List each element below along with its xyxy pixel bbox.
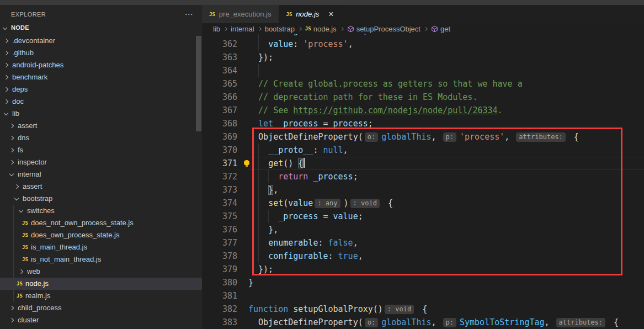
code-line-382[interactable]: 382function setupGlobalProxy(): void { xyxy=(202,303,644,316)
breadcrumb-label: bootstrap xyxy=(265,25,295,33)
tab-label: node.js xyxy=(296,10,319,18)
tree-item-web[interactable]: web xyxy=(0,266,202,278)
breadcrumb-separator-icon xyxy=(258,27,262,31)
breadcrumb-item-lib[interactable]: lib xyxy=(213,25,220,33)
code-editor[interactable]: 361 configurable: false,362 value: 'proc… xyxy=(202,34,644,329)
tree-item-label: assert xyxy=(18,121,37,130)
line-number[interactable]: 375 xyxy=(202,210,248,223)
code-text: __proto__: null, xyxy=(248,144,644,157)
chevron-right-icon xyxy=(9,148,14,152)
tree-item-dns[interactable]: dns xyxy=(0,132,202,144)
line-number[interactable]: 364 xyxy=(202,64,248,77)
tree-item-benchmark[interactable]: benchmark xyxy=(0,71,202,83)
tree-item--github[interactable]: .github xyxy=(0,47,202,59)
breadcrumb-item-bootstrap[interactable]: bootstrap xyxy=(265,25,295,33)
line-number[interactable]: 377 xyxy=(202,236,248,250)
line-number[interactable]: 367 xyxy=(202,104,248,117)
code-line-365[interactable]: 365 // Create global.process as getters … xyxy=(202,77,644,91)
breadcrumb-item-node-js[interactable]: JSnode.js xyxy=(305,25,337,33)
tree-item-realm-js[interactable]: JSrealm.js xyxy=(0,290,202,302)
line-number[interactable]: 378 xyxy=(202,250,248,263)
line-number[interactable]: 383 xyxy=(202,316,248,329)
code-token: , xyxy=(343,145,348,155)
line-number[interactable]: 366 xyxy=(202,91,248,104)
tree-item-is-not-main-thread-js[interactable]: JSis_not_main_thread.js xyxy=(0,253,202,266)
code-line-368[interactable]: 368 let _process = process; xyxy=(202,117,644,130)
tree-item--devcontainer[interactable]: .devcontainer xyxy=(0,35,202,47)
chevron-right-icon xyxy=(4,51,8,55)
code-line-378[interactable]: 378 configurable: true, xyxy=(202,250,644,263)
code-line-363[interactable]: 363 }); xyxy=(202,51,644,64)
line-number[interactable]: 362 xyxy=(202,38,248,51)
tree-item-child-process[interactable]: child_process xyxy=(0,302,202,314)
symbol-cube-icon xyxy=(431,25,438,33)
line-number[interactable]: 363 xyxy=(202,51,248,64)
chevron-right-icon xyxy=(19,269,23,274)
line-number[interactable]: 369 xyxy=(202,130,248,144)
line-number[interactable]: 373 xyxy=(202,183,248,197)
tab-node-js[interactable]: JSnode.js× xyxy=(279,5,341,23)
tree-item-assert[interactable]: assert xyxy=(0,120,202,132)
tree-item-switches[interactable]: switches xyxy=(0,205,202,217)
breadcrumb-item-get[interactable]: get xyxy=(431,25,450,33)
code-line-374[interactable]: 374 set(value: any): void { xyxy=(202,197,644,210)
symbol-cube-icon xyxy=(347,25,354,33)
tree-item-bootstrap[interactable]: bootstrap xyxy=(0,193,202,205)
tree-item-lib[interactable]: lib xyxy=(0,108,202,120)
code-token: process xyxy=(333,119,368,129)
tree-item-does-not-own-process-state-js[interactable]: JSdoes_not_own_process_state.js xyxy=(0,217,202,229)
line-number[interactable]: 370 xyxy=(202,144,248,157)
code-line-373[interactable]: 373 }, xyxy=(202,183,644,197)
tree-item-internal[interactable]: internal xyxy=(0,168,202,181)
tree-item-cluster[interactable]: cluster xyxy=(0,314,202,326)
tree-item-does-own-process-state-js[interactable]: JSdoes_own_process_state.js xyxy=(0,229,202,241)
line-number[interactable]: 382 xyxy=(202,303,248,316)
code-line-369[interactable]: 369 ObjectDefineProperty(o:globalThis, p… xyxy=(202,130,644,144)
line-number[interactable]: 380 xyxy=(202,276,248,289)
code-line-362[interactable]: 362 value: 'process', xyxy=(202,38,644,51)
indent-guide xyxy=(258,236,259,250)
code-line-364[interactable]: 364 xyxy=(202,64,644,77)
line-number[interactable]: 379 xyxy=(202,263,248,276)
tree-item-assert[interactable]: assert xyxy=(0,181,202,193)
code-line-367[interactable]: 367 // See https://github.com/nodejs/nod… xyxy=(202,104,644,117)
tree-item-inspector[interactable]: inspector xyxy=(0,156,202,168)
tree-item-node-js[interactable]: JSnode.js xyxy=(0,278,202,290)
tree-item-doc[interactable]: doc xyxy=(0,95,202,108)
inlay-hint: : void xyxy=(350,199,380,208)
line-number[interactable]: 372 xyxy=(202,170,248,183)
code-line-380[interactable]: 380} xyxy=(202,276,644,289)
sidebar-scrollbar[interactable] xyxy=(196,36,201,131)
indent-guide xyxy=(258,223,259,236)
breadcrumb-item-setupprocessobject[interactable]: setupProcessObject xyxy=(347,25,421,33)
tree-item-fs[interactable]: fs xyxy=(0,144,202,156)
code-line-371[interactable]: 371 get() { xyxy=(202,157,644,170)
code-line-376[interactable]: 376 }, xyxy=(202,223,644,236)
code-line-372[interactable]: 372 return _process; xyxy=(202,170,644,183)
tree-item-deps[interactable]: deps xyxy=(0,83,202,95)
code-line-366[interactable]: 366 // deprecation path for these in ES … xyxy=(202,91,644,104)
line-number[interactable]: 365 xyxy=(202,77,248,91)
tree-item-is-main-thread-js[interactable]: JSis_main_thread.js xyxy=(0,241,202,253)
tab-pre-execution-js[interactable]: JSpre_execution.js xyxy=(202,5,279,23)
code-line-377[interactable]: 377 enumerable: false, xyxy=(202,236,644,250)
line-number[interactable]: 371 xyxy=(202,157,248,170)
line-number[interactable]: 376 xyxy=(202,223,248,236)
tree-item-android-patches[interactable]: android-patches xyxy=(0,59,202,71)
more-actions-icon[interactable]: ⋯ xyxy=(185,12,193,17)
code-line-379[interactable]: 379 }); xyxy=(202,263,644,276)
js-file-icon: JS xyxy=(22,245,28,250)
code-line-381[interactable]: 381 xyxy=(202,289,644,303)
code-line-383[interactable]: 383 ObjectDefineProperty(o:globalThis, p… xyxy=(202,316,644,329)
line-number[interactable]: 381 xyxy=(202,289,248,303)
code-line-375[interactable]: 375 _process = value; xyxy=(202,210,644,223)
js-file-icon: JS xyxy=(286,12,292,17)
section-header-node[interactable]: NODE xyxy=(0,20,202,35)
code-link[interactable]: https://github.com/nodejs/node/pull/2633… xyxy=(293,105,497,115)
line-number[interactable]: 374 xyxy=(202,197,248,210)
breadcrumb-item-internal[interactable]: internal xyxy=(231,25,254,33)
close-icon[interactable]: × xyxy=(328,10,333,18)
code-token: _process xyxy=(278,119,318,129)
line-number[interactable]: 368 xyxy=(202,117,248,130)
code-line-370[interactable]: 370 __proto__: null, xyxy=(202,144,644,157)
